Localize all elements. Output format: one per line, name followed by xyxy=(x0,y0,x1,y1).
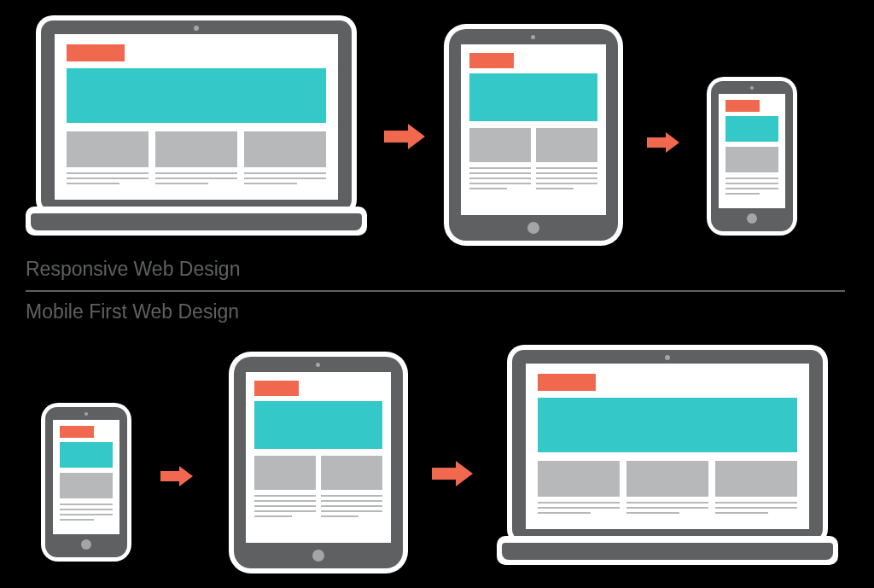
wf-logo xyxy=(67,44,125,61)
wf-col xyxy=(67,131,149,167)
wf-logo xyxy=(254,381,299,396)
wf-logo xyxy=(725,100,760,112)
tablet-device xyxy=(444,24,623,246)
wf-logo xyxy=(469,53,514,68)
laptop-wireframe xyxy=(55,34,338,200)
arrow-icon xyxy=(647,132,679,153)
wf-col xyxy=(60,473,113,498)
wf-hero xyxy=(469,73,597,121)
wf-col xyxy=(626,461,708,497)
mobile-first-label: Mobile First Web Design xyxy=(26,300,239,323)
wf-col xyxy=(536,128,597,162)
laptop-wireframe xyxy=(526,364,809,529)
phone-device xyxy=(41,403,131,562)
wf-hero xyxy=(254,401,382,449)
phone-wireframe xyxy=(719,94,785,208)
phone-device xyxy=(707,77,797,236)
wf-col xyxy=(715,461,797,497)
wf-logo xyxy=(538,374,596,391)
wf-hero xyxy=(725,116,778,142)
wf-col xyxy=(244,131,326,167)
diagram-canvas: Responsive Web Design Mobile First Web D… xyxy=(0,0,874,588)
arrow-icon xyxy=(384,124,425,149)
tablet-wireframe xyxy=(246,372,391,543)
wf-logo xyxy=(60,426,94,438)
wf-col xyxy=(469,128,531,162)
laptop-device xyxy=(497,345,838,567)
arrow-icon xyxy=(160,466,193,486)
wf-hero xyxy=(67,68,326,123)
arrow-icon xyxy=(432,461,473,486)
wf-hero xyxy=(60,442,113,468)
wf-hero xyxy=(538,398,797,452)
wf-col xyxy=(254,456,316,490)
divider xyxy=(26,290,845,292)
phone-wireframe xyxy=(53,420,119,534)
tablet-wireframe xyxy=(461,44,606,215)
tablet-device xyxy=(229,352,408,573)
wf-col xyxy=(155,131,237,167)
wf-col xyxy=(321,456,382,490)
wf-col xyxy=(538,461,620,497)
responsive-label: Responsive Web Design xyxy=(26,258,240,281)
laptop-device xyxy=(26,15,367,237)
wf-col xyxy=(725,147,778,172)
